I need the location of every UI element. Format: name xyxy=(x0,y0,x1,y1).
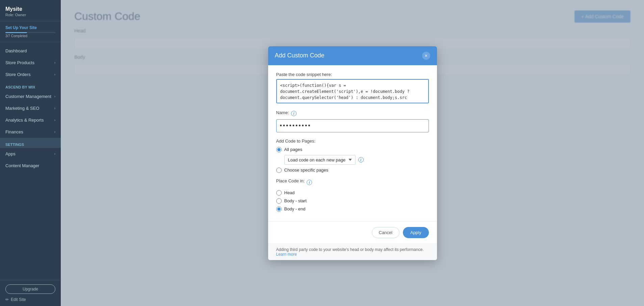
sidebar-item-store-orders[interactable]: Store Orders › xyxy=(0,69,61,80)
dropdown-info-icon[interactable]: i xyxy=(358,157,364,162)
sidebar-item-marketing-seo[interactable]: Marketing & SEO › xyxy=(0,102,61,114)
head-radio-label[interactable]: Head xyxy=(284,190,295,195)
modal-overlay: Add Custom Code × Paste the code snippet… xyxy=(61,0,644,306)
all-pages-label[interactable]: All pages xyxy=(284,147,302,152)
sidebar-item-store-products[interactable]: Store Products › xyxy=(0,57,61,69)
place-code-section: Place Code in: i Head Body - start Body … xyxy=(276,178,429,212)
sidebar-item-content-manager[interactable]: Content Manager xyxy=(0,160,61,172)
setup-label[interactable]: Set Up Your Site xyxy=(5,25,55,30)
edit-icon: ✏ xyxy=(5,297,9,302)
sidebar-item-label: Dashboard xyxy=(5,48,27,53)
main-content: Custom Code + Add Custom Code Head Body … xyxy=(61,0,644,306)
sidebar-item-label: Apps xyxy=(5,151,16,156)
name-section: Name: i xyxy=(276,110,429,132)
sidebar-top: Mysite Role: Owner xyxy=(0,0,61,21)
place-code-info-icon[interactable]: i xyxy=(307,180,312,185)
code-label: Paste the code snippet here: xyxy=(276,72,429,77)
chevron-right-icon: › xyxy=(54,130,55,134)
sidebar-item-label: Customer Management xyxy=(5,94,51,99)
body-start-radio-row: Body - start xyxy=(276,198,429,204)
sidebar: Mysite Role: Owner Set Up Your Site 3/7 … xyxy=(0,0,61,306)
chevron-right-icon: › xyxy=(54,118,55,122)
chevron-right-icon: › xyxy=(54,61,55,65)
all-pages-radio[interactable] xyxy=(276,147,282,152)
setup-section[interactable]: Set Up Your Site 3/7 Completed xyxy=(0,21,61,42)
name-field-label: Name: xyxy=(276,110,289,115)
modal-header: Add Custom Code × xyxy=(268,46,437,65)
footer-note-text: Adding third party code to your website'… xyxy=(276,247,424,252)
sidebar-nav: Dashboard Store Products › Store Orders … xyxy=(0,42,61,280)
chevron-right-icon: › xyxy=(54,73,55,76)
sidebar-item-apps[interactable]: Apps › xyxy=(0,148,61,160)
add-custom-code-modal: Add Custom Code × Paste the code snippet… xyxy=(268,46,437,260)
sidebar-section-settings: Settings xyxy=(0,138,61,148)
sidebar-item-label: Analytics & Reports xyxy=(5,118,44,123)
body-end-radio-row: Body - end xyxy=(276,206,429,212)
place-code-label: Place Code in: xyxy=(276,178,305,183)
specific-pages-radio[interactable] xyxy=(276,168,282,173)
setup-progress-bar xyxy=(5,32,55,33)
code-textarea[interactable] xyxy=(276,79,429,103)
place-code-title-row: Place Code in: i xyxy=(276,178,429,187)
apply-button[interactable]: Apply xyxy=(403,227,429,238)
site-role: Role: Owner xyxy=(5,13,55,17)
sidebar-item-finances[interactable]: Finances › xyxy=(0,126,61,138)
sidebar-item-label: Content Manager xyxy=(5,163,39,168)
sidebar-item-customer-management[interactable]: Customer Management › xyxy=(0,91,61,102)
head-radio-row: Head xyxy=(276,190,429,196)
name-label-row: Name: i xyxy=(276,110,429,117)
load-code-dropdown-row: Load code on each new page Load code onc… xyxy=(284,155,429,165)
edit-site-label: Edit Site xyxy=(11,297,26,302)
site-name: Mysite xyxy=(5,6,55,12)
head-radio[interactable] xyxy=(276,190,282,196)
body-start-radio-label[interactable]: Body - start xyxy=(284,198,307,203)
modal-title: Add Custom Code xyxy=(275,52,325,59)
edit-site-link[interactable]: ✏ Edit Site xyxy=(5,297,55,302)
modal-footer-note: Adding third party code to your website'… xyxy=(268,244,437,260)
sidebar-item-label: Store Products xyxy=(5,60,34,65)
chevron-right-icon: › xyxy=(54,106,55,110)
modal-body: Paste the code snippet here: Name: i Add… xyxy=(268,65,437,221)
sidebar-item-label: Finances xyxy=(5,129,23,134)
sidebar-item-label: Store Orders xyxy=(5,72,30,77)
chevron-right-icon: › xyxy=(54,95,55,98)
name-input[interactable] xyxy=(276,119,429,132)
add-code-pages-section: Add Code to Pages: All pages Load code o… xyxy=(276,138,429,173)
setup-progress-text: 3/7 Completed xyxy=(5,34,55,38)
add-code-pages-label: Add Code to Pages: xyxy=(276,138,429,144)
modal-close-button[interactable]: × xyxy=(422,52,430,60)
body-start-radio[interactable] xyxy=(276,198,282,204)
body-end-radio[interactable] xyxy=(276,206,282,212)
specific-pages-label[interactable]: Choose specific pages xyxy=(284,168,329,173)
upgrade-button[interactable]: Upgrade xyxy=(5,284,55,294)
chevron-right-icon: › xyxy=(54,152,55,156)
sidebar-bottom: Upgrade ✏ Edit Site xyxy=(0,280,61,306)
sidebar-section-label: Settings xyxy=(5,143,24,147)
body-end-radio-label[interactable]: Body - end xyxy=(284,206,306,211)
specific-pages-radio-row: Choose specific pages xyxy=(276,168,429,173)
sidebar-item-dashboard[interactable]: Dashboard xyxy=(0,45,61,57)
sidebar-item-analytics-reports[interactable]: Analytics & Reports › xyxy=(0,114,61,126)
sidebar-item-label: Marketing & SEO xyxy=(5,106,39,111)
learn-more-link[interactable]: Learn more xyxy=(276,252,297,257)
cancel-button[interactable]: Cancel xyxy=(372,227,400,238)
modal-footer-buttons: Cancel Apply xyxy=(268,221,437,244)
load-code-dropdown[interactable]: Load code on each new page Load code onc… xyxy=(284,155,356,165)
setup-progress-fill xyxy=(5,32,27,33)
sidebar-section-label: Ascend by Wix xyxy=(5,85,35,89)
all-pages-radio-row: All pages xyxy=(276,147,429,152)
sidebar-section-ascend: Ascend by Wix xyxy=(0,80,61,91)
name-info-icon[interactable]: i xyxy=(291,111,297,116)
